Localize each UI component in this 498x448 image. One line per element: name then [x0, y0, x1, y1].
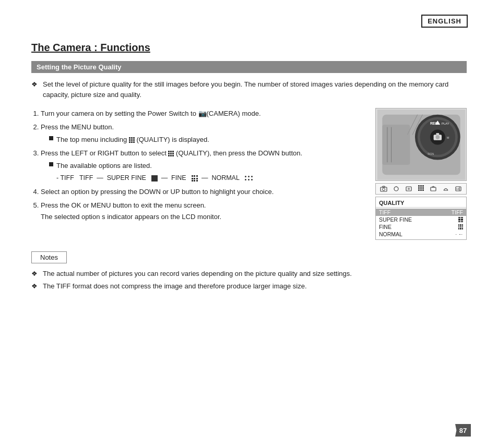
icon-strip-item-7: WB [454, 185, 463, 192]
step-4: Select an option by pressing the DOWN or… [41, 186, 365, 198]
icon-strip: WB [375, 183, 467, 195]
svg-text:WB: WB [456, 188, 460, 190]
icon-strip-item-3 [404, 185, 413, 192]
step-5-sub: The selected option s indicator appears … [41, 213, 221, 221]
step-3: Press the LEFT or RIGHT button to select… [41, 148, 365, 184]
svg-point-21 [382, 188, 385, 191]
svg-text:SCN: SCN [428, 152, 434, 155]
section-header: Setting the Picture Quality [31, 61, 467, 73]
super-fine-icon [151, 175, 158, 181]
bullet-icon [49, 136, 53, 140]
icon-strip-item-6 [441, 185, 450, 192]
normal-icon [245, 176, 253, 181]
svg-point-22 [394, 187, 398, 191]
step-3-sub1: The available options are listed. [49, 160, 365, 172]
english-badge: ENGLISH [421, 15, 468, 28]
svg-marker-20 [382, 186, 385, 187]
icon-strip-item-1 [379, 185, 388, 192]
quality-row-tiff: TIFF TIFF [376, 209, 466, 216]
step-2: Press the MENU button. The top menu incl… [41, 122, 365, 146]
icon-strip-item-5 [429, 185, 438, 192]
page-container: ENGLISH The Camera : Functions Setting t… [0, 0, 498, 448]
svg-rect-24 [406, 187, 411, 191]
fine-dots [458, 224, 464, 229]
quality-row-normal: NORMAL · -· [376, 231, 466, 238]
step-5: Press the OK or MENU button to exit the … [41, 200, 365, 223]
svg-text:PLAY: PLAY [442, 122, 449, 125]
quality-row-superfine: SUPER FINE [376, 216, 466, 223]
notes-box: Notes [31, 251, 67, 263]
icon-strip-item-4 [416, 185, 425, 192]
bullet-icon-2 [49, 162, 53, 166]
quality-menu-title: QUALITY [376, 199, 466, 208]
note-item-2: The TIFF format does not compress the im… [31, 281, 467, 292]
svg-marker-28 [432, 186, 435, 187]
steps-list: Turn your camera on by setting the Power… [31, 108, 365, 223]
icon-strip-item-2 [392, 185, 401, 192]
content-area: Turn your camera on by setting the Power… [31, 108, 467, 240]
camera-dial-svg: REC PLAY M SCN [377, 110, 466, 180]
camera-panel: REC PLAY M SCN [375, 108, 467, 240]
page-number: 87 [455, 424, 471, 437]
svg-rect-27 [431, 187, 436, 191]
quality-row-fine: FINE [376, 223, 466, 231]
fine-icon [192, 175, 198, 181]
svg-text:M: M [446, 136, 449, 139]
quality-icon-1 [129, 137, 135, 143]
instructions: Turn your camera on by setting the Power… [31, 108, 365, 240]
svg-rect-10 [436, 133, 439, 135]
page-title: The Camera : Functions [31, 42, 467, 54]
normal-dots: · -· [456, 232, 464, 237]
svg-rect-16 [382, 124, 410, 164]
step-1: Turn your camera on by setting the Power… [41, 108, 365, 119]
note-item-1: The actual number of pictures you can re… [31, 269, 467, 279]
quality-menu: QUALITY TIFF TIFF SUPER FINE [375, 197, 467, 240]
notes-section: Notes The actual number of pictures you … [31, 251, 467, 291]
superfine-dots [458, 217, 464, 222]
camera-photo: REC PLAY M SCN [375, 108, 467, 181]
quality-options-line: - TIFF TIFF — SUPER FINE — FINE [56, 173, 365, 184]
quality-icon-2 [168, 151, 174, 156]
svg-point-9 [435, 135, 440, 139]
intro-text: Set the level of picture quality for the… [31, 79, 467, 100]
step-2-sub: The top menu including (QUALITY) is disp… [49, 134, 365, 146]
